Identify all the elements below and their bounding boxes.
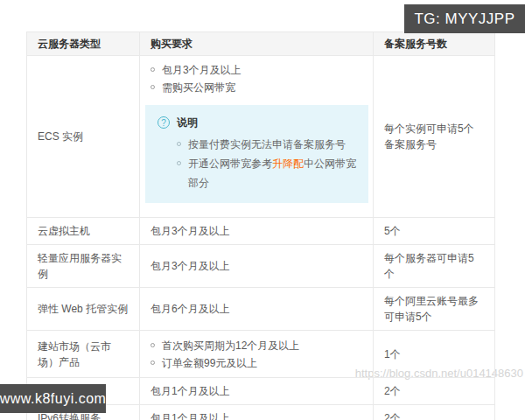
cell-type-vhost: 云虚拟主机: [27, 218, 140, 245]
req-text: 订单金额99元及以上: [162, 354, 257, 372]
cell-count-vhost: 5个: [374, 218, 495, 245]
note-header: ? 说明: [158, 114, 356, 131]
question-mark-icon: ?: [158, 116, 170, 129]
req-text: 需购买公网带宽: [162, 79, 235, 96]
bullet-dot-icon: [177, 142, 181, 146]
req-text: 首次购买周期为12个月及以上: [162, 337, 299, 354]
backup-service-table-wrap: 云服务器类型 购买要求 备案服务号数 ECS 实例 包月3个月及以上 需购买公网…: [26, 32, 494, 420]
req-bullet-line: 首次购买周期为12个月及以上: [150, 337, 362, 354]
tg-watermark-badge: TG: MYYJJPP: [404, 4, 525, 33]
table-row-elastic-web: 弹性 Web 托管实例 包月6个月及以上 每个阿里云账号最多可申请5个: [27, 288, 495, 331]
note-text: 按量付费实例无法申请备案服务号: [188, 135, 346, 154]
upgrade-downgrade-link[interactable]: 升降配: [272, 158, 304, 170]
bullet-dot-icon: [150, 343, 155, 347]
note-text-pre: 开通公网带宽参考: [188, 158, 272, 170]
header-service-number-count: 备案服务号数: [374, 32, 495, 56]
cell-count-ipv6: 2个: [374, 405, 495, 420]
cell-req-light-server: 包月3个月及以上: [140, 245, 374, 288]
bullet-dot-icon: [150, 85, 155, 89]
req-text: 包月3个月及以上: [162, 61, 242, 79]
cell-req-ecs: 包月3个月及以上 需购买公网带宽 ? 说明: [140, 56, 374, 218]
note-bullet-line: 开通公网带宽参考升降配中公网带宽部分: [177, 154, 356, 192]
table-row-vhost: 云虚拟主机 包月3个月及以上 5个: [27, 218, 495, 245]
req-bullet-line: 订单金额99元及以上: [150, 354, 362, 372]
cell-req-elastic-web: 包月6个月及以上: [140, 288, 374, 331]
cell-count-nat: 2个: [374, 378, 495, 405]
cell-count-light-server: 每个服务器可申请5个: [374, 245, 495, 288]
table-row-light-server: 轻量应用服务器实例 包月3个月及以上 每个服务器可申请5个: [27, 245, 495, 288]
req-bullet-line: 需购买公网带宽: [150, 79, 362, 96]
table-row-ecs: ECS 实例 包月3个月及以上 需购买公网带宽 ? 说明: [27, 56, 495, 218]
bullet-dot-icon: [177, 161, 181, 165]
cell-count-market: 1个: [374, 331, 495, 378]
note-title: 说明: [177, 114, 198, 131]
cell-req-nat: 包月1个月及以上: [140, 378, 374, 405]
bullet-dot-icon: [150, 360, 155, 365]
header-purchase-requirement: 购买要求: [140, 32, 374, 56]
bullet-dot-icon: [150, 67, 155, 72]
note-bullet-line: 按量付费实例无法申请备案服务号: [177, 135, 356, 154]
site-watermark-badge: www.k8fuyi.com: [0, 384, 106, 413]
req-bullet-line: 包月3个月及以上: [150, 61, 362, 79]
header-server-type: 云服务器类型: [27, 32, 140, 56]
cell-count-ecs: 每个实例可申请5个备案服务号: [374, 56, 495, 218]
table-header-row: 云服务器类型 购买要求 备案服务号数: [27, 32, 495, 56]
note-items: 按量付费实例无法申请备案服务号 开通公网带宽参考升降配中公网带宽部分: [158, 135, 356, 192]
backup-service-table: 云服务器类型 购买要求 备案服务号数 ECS 实例 包月3个月及以上 需购买公网…: [26, 32, 495, 420]
cell-req-market: 首次购买周期为12个月及以上 订单金额99元及以上: [140, 331, 374, 378]
cell-req-ipv6: 包月1个月及以上: [140, 405, 374, 420]
cell-type-elastic-web: 弹性 Web 托管实例: [27, 288, 140, 331]
cell-type-ecs: ECS 实例: [27, 56, 140, 218]
cell-type-light-server: 轻量应用服务器实例: [27, 245, 140, 288]
note-box: ? 说明 按量付费实例无法申请备案服务号 开通公网带宽参考升降配中公网带宽部分: [145, 105, 368, 203]
table-row-market: 建站市场（云市场）产品 首次购买周期为12个月及以上 订单金额99元及以上 1个: [27, 331, 495, 378]
cell-count-elastic-web: 每个阿里云账号最多可申请5个: [374, 288, 495, 331]
note-text: 开通公网带宽参考升降配中公网带宽部分: [188, 154, 356, 192]
cell-type-market: 建站市场（云市场）产品: [27, 331, 140, 378]
cell-req-vhost: 包月3个月及以上: [140, 218, 374, 245]
